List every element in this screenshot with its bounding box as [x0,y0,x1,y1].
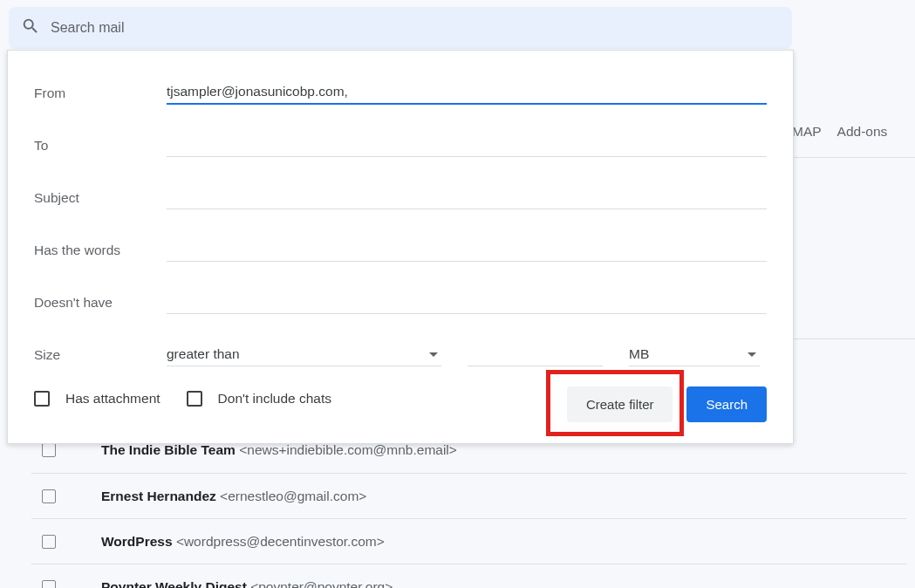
search-icon [21,17,40,39]
divider [792,157,915,158]
email-row[interactable]: Poynter Weekly Digest <poynter@poynter.o… [31,564,906,588]
settings-tabs: MAP Add-ons [792,124,887,140]
divider [792,338,915,339]
subject-label: Subject [34,190,167,209]
from-label: From [34,85,167,105]
email-list: The Indie Bible Team <news+indiebible.co… [31,427,906,588]
search-filter-panel: From To Subject Has the words Doesn't ha… [7,50,794,444]
doesnt-have-input[interactable] [167,292,767,314]
to-label: To [34,138,167,157]
no-chats-checkbox[interactable] [187,391,202,407]
doesnt-have-label: Doesn't have [34,295,167,314]
has-attachment-label: Has attachment [65,391,160,407]
has-words-label: Has the words [34,243,167,262]
chevron-down-icon [429,352,438,357]
size-unit-select[interactable]: MB [629,346,760,366]
has-attachment-checkbox[interactable] [34,391,50,407]
search-bar[interactable]: Search mail [9,7,792,49]
has-words-input[interactable] [167,240,767,262]
email-sender: Ernest Hernandez <ernestleo@gmail.com> [101,489,366,504]
tab-addons[interactable]: Add-ons [837,124,888,140]
row-checkbox[interactable] [42,535,56,549]
chevron-down-icon [748,352,756,357]
size-label: Size [34,347,167,366]
search-placeholder: Search mail [51,20,124,36]
email-row[interactable]: Ernest Hernandez <ernestleo@gmail.com> [31,473,906,518]
size-operator-value: greater than [167,346,240,362]
size-operator-select[interactable]: greater than [167,346,441,366]
no-chats-label: Don't include chats [218,391,331,407]
row-checkbox[interactable] [42,443,56,457]
search-button[interactable]: Search [686,386,767,422]
email-sender: Poynter Weekly Digest <poynter@poynter.o… [101,579,393,589]
email-sender: WordPress <wordpress@decentinvestor.com> [101,534,385,550]
from-input[interactable] [167,82,767,105]
subject-input[interactable] [167,188,767,209]
to-input[interactable] [167,135,767,157]
create-filter-button[interactable]: Create filter [567,386,673,422]
row-checkbox[interactable] [42,580,56,589]
email-row[interactable]: WordPress <wordpress@decentinvestor.com> [31,518,906,564]
email-sender: The Indie Bible Team <news+indiebible.co… [101,442,457,458]
size-value-input[interactable] [468,346,603,366]
size-unit-value: MB [629,346,649,362]
tab-imap[interactable]: MAP [792,124,822,140]
row-checkbox[interactable] [42,489,56,503]
